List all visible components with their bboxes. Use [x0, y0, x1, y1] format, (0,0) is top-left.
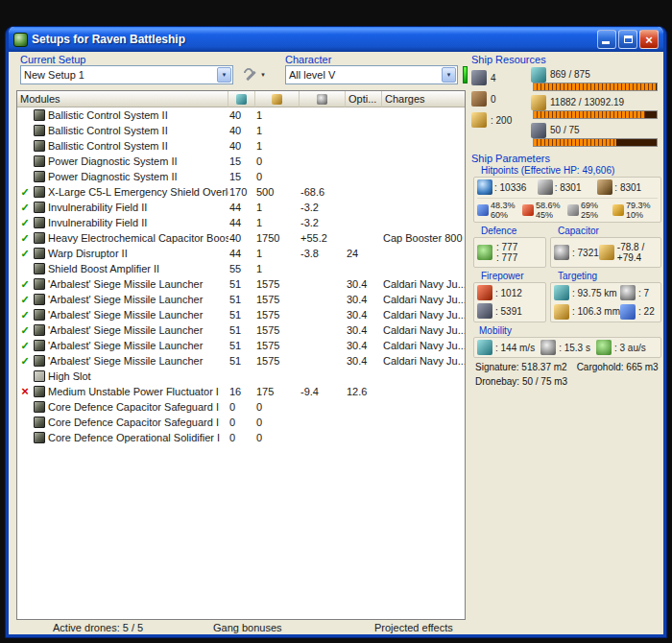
- module-row[interactable]: ✓ 'Arbalest' Siege Missile Launcher 51 1…: [17, 322, 465, 338]
- module-row[interactable]: ✓ 'Arbalest' Siege Missile Launcher 51 1…: [17, 292, 465, 307]
- max-targets-icon: [620, 285, 636, 300]
- module-status-icon: ×: [17, 384, 33, 399]
- align-time-icon: [540, 340, 556, 355]
- module-cpu-value: 51: [228, 324, 255, 336]
- module-charge-value: Cap Booster 800: [382, 232, 465, 244]
- close-icon: ×: [645, 33, 653, 47]
- module-icon: [33, 417, 46, 428]
- module-row[interactable]: Core Defence Operational Solidifier I 0 …: [17, 430, 465, 445]
- projected-effects-label[interactable]: Projected effects: [374, 622, 453, 633]
- setup-tools-button[interactable]: ▼: [241, 65, 276, 84]
- turret-hardpoints-value: 4: [491, 73, 496, 83]
- module-row[interactable]: Ballistic Control System II 40 1: [17, 107, 465, 123]
- module-status-icon: ✓: [17, 292, 33, 307]
- module-row[interactable]: High Slot: [17, 369, 465, 384]
- module-row[interactable]: Shield Boost Amplifier II 55 1: [17, 261, 465, 276]
- module-row[interactable]: Ballistic Control System II 40 1: [17, 123, 465, 138]
- hitpoints-box: : 10336 : 8301 : 8301 48.3%60% 58.6%45% …: [473, 177, 661, 223]
- module-row[interactable]: ✓ Invulnerability Field II 44 1 -3.2: [17, 215, 465, 230]
- chevron-down-icon[interactable]: ▼: [442, 67, 456, 83]
- optimal-column-header[interactable]: Opti...: [346, 91, 382, 107]
- module-icon: [33, 340, 46, 351]
- module-row[interactable]: ✓ Invulnerability Field II 44 1 -3.2: [17, 200, 465, 215]
- module-row[interactable]: Power Diagnostic System II 15 0: [17, 154, 465, 169]
- charges-column-header[interactable]: Charges: [382, 91, 465, 107]
- launcher-hardpoints-value: 0: [491, 94, 496, 105]
- powergrid-usage-value: 11882 / 13092.19: [550, 97, 624, 107]
- module-optimal-value: 30.4: [346, 278, 382, 290]
- defence-box: : 777: 777: [473, 237, 546, 268]
- kinetic-resist-icon: [567, 204, 579, 216]
- capacitor-label[interactable]: Capacitor: [558, 226, 661, 236]
- shield-hp-icon: [477, 179, 492, 195]
- thermal-shield-resist: 58.6%: [536, 201, 561, 210]
- defence-label[interactable]: Defence: [481, 226, 546, 236]
- close-button[interactable]: ×: [639, 30, 659, 49]
- module-row[interactable]: ✓ 'Arbalest' Siege Missile Launcher 51 1…: [17, 276, 465, 292]
- sensor-strength-value: : 22: [638, 306, 655, 317]
- module-row[interactable]: Power Diagnostic System II 15 0: [17, 169, 465, 184]
- module-cpu-value: 40: [228, 125, 255, 136]
- hitpoints-label[interactable]: Hitpoints (Effective HP: 49,606): [481, 165, 661, 176]
- module-powergrid-value: 1575: [255, 324, 300, 336]
- firepower-label[interactable]: Firepower: [481, 271, 546, 281]
- capacitor-column-header[interactable]: [300, 91, 346, 107]
- module-icon: [33, 386, 46, 397]
- mobility-label[interactable]: Mobility: [479, 325, 661, 336]
- title-bar[interactable]: Setups for Raven Battleship ×: [9, 27, 663, 52]
- module-charge-value: Caldari Navy Ju...: [382, 294, 465, 305]
- module-icon: [33, 401, 46, 413]
- module-powergrid-value: 1: [255, 217, 300, 228]
- module-cpu-value: 51: [228, 309, 255, 321]
- chevron-down-icon[interactable]: ▼: [217, 67, 231, 83]
- minimize-button[interactable]: [597, 30, 616, 49]
- module-powergrid-value: 1: [255, 140, 300, 152]
- module-optimal-value: 12.6: [346, 386, 382, 397]
- character-dropdown[interactable]: All level V ▼: [285, 65, 458, 84]
- module-capacitor-value: -68.6: [300, 186, 346, 198]
- module-row[interactable]: Ballistic Control System II 40 1: [17, 138, 465, 154]
- wrench-icon: [243, 68, 257, 83]
- module-row[interactable]: ✓ 'Arbalest' Siege Missile Launcher 51 1…: [17, 338, 465, 353]
- module-name: 'Arbalest' Siege Missile Launcher: [46, 278, 228, 290]
- dps-value: : 5391: [495, 306, 522, 317]
- module-row[interactable]: Core Defence Capacitor Safeguard I 0 0: [17, 415, 465, 430]
- module-row[interactable]: Core Defence Capacitor Safeguard I 0 0: [17, 399, 465, 415]
- module-row[interactable]: ✓ 'Arbalest' Siege Missile Launcher 51 1…: [17, 307, 465, 322]
- module-icon: [33, 109, 46, 121]
- volley-damage-value: : 1012: [495, 288, 522, 298]
- module-row[interactable]: ✓ Warp Disruptor II 44 1 -3.8 24: [17, 246, 465, 261]
- module-row[interactable]: ✓ Heavy Electrochemical Capacitor Booste…: [17, 230, 465, 246]
- modules-table: Modules Opti... Charges Ballistic Contro…: [16, 90, 466, 620]
- module-powergrid-value: 0: [255, 155, 300, 167]
- current-setup-dropdown[interactable]: New Setup 1 ▼: [20, 65, 233, 84]
- active-drones-label[interactable]: Active drones: 5 / 5: [53, 622, 143, 633]
- module-icon: [33, 155, 46, 167]
- module-row[interactable]: ✓ X-Large C5-L Emergency Shield Overload…: [17, 184, 465, 200]
- gang-bonuses-label[interactable]: Gang bonuses: [213, 622, 282, 633]
- dronebay-usage-bar-fill: [534, 139, 616, 146]
- targeting-label[interactable]: Targeting: [558, 271, 661, 281]
- module-status-icon: ✓: [17, 276, 33, 292]
- module-name: 'Arbalest' Siege Missile Launcher: [46, 309, 228, 321]
- module-status-icon: ✓: [17, 200, 33, 215]
- module-icon: [33, 263, 46, 274]
- module-icon: [33, 248, 46, 259]
- firepower-box: : 1012 : 5391: [473, 282, 546, 322]
- armor-hp-icon: [538, 179, 553, 195]
- module-status-icon: ✓: [17, 322, 33, 338]
- module-optimal-value: 30.4: [346, 324, 382, 336]
- maximize-button[interactable]: [618, 30, 637, 49]
- module-name: Invulnerability Field II: [46, 217, 228, 228]
- dps-icon: [477, 303, 492, 319]
- module-row[interactable]: × Medium Unstable Power Fluctuator I 16 …: [17, 384, 465, 399]
- cpu-column-header[interactable]: [228, 91, 255, 107]
- module-row[interactable]: ✓ 'Arbalest' Siege Missile Launcher 51 1…: [17, 353, 465, 369]
- module-cpu-value: 44: [228, 202, 255, 213]
- module-powergrid-value: 0: [255, 432, 300, 443]
- structure-hp-icon: [597, 179, 612, 195]
- module-powergrid-value: 0: [255, 401, 300, 413]
- powergrid-column-header[interactable]: [255, 91, 300, 107]
- capacitor-amount-icon: [554, 245, 569, 260]
- modules-column-header[interactable]: Modules: [17, 91, 228, 107]
